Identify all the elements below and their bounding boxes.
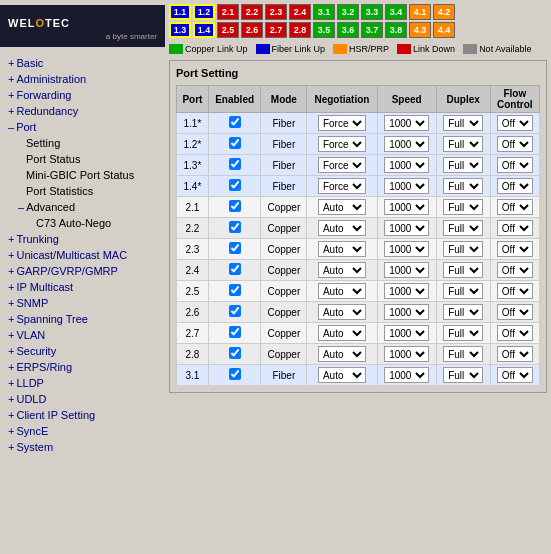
cell-flow-control[interactable]: OffOn (490, 302, 539, 323)
port-tab-4-1[interactable]: 4.1 (409, 4, 431, 20)
cell-flow-control[interactable]: OffOn (490, 113, 539, 134)
cell-flow-control[interactable]: OffOn (490, 281, 539, 302)
cell-speed[interactable]: 101001000 (377, 134, 436, 155)
nav-item-forwarding[interactable]: +Forwarding (0, 87, 165, 103)
cell-duplex[interactable]: FullHalf (436, 197, 490, 218)
nav-item-redundancy[interactable]: +Redundancy (0, 103, 165, 119)
port-tab-1-1[interactable]: 1.1 (169, 4, 191, 20)
duplex-select[interactable]: FullHalf (443, 157, 483, 173)
port-tab-2-4[interactable]: 2.4 (289, 4, 311, 20)
negotiation-select[interactable]: AutoForce (318, 325, 366, 341)
cell-speed[interactable]: 101001000 (377, 365, 436, 386)
port-tab-2-8[interactable]: 2.8 (289, 22, 311, 38)
duplex-select[interactable]: FullHalf (443, 367, 483, 383)
duplex-select[interactable]: FullHalf (443, 304, 483, 320)
enabled-checkbox[interactable] (229, 242, 241, 254)
cell-enabled[interactable] (208, 113, 261, 134)
port-tab-3-7[interactable]: 3.7 (361, 22, 383, 38)
cell-negotiation[interactable]: AutoForce (307, 323, 377, 344)
cell-flow-control[interactable]: OffOn (490, 260, 539, 281)
nav-item-c73-auto-nego[interactable]: C73 Auto-Nego (0, 215, 165, 231)
duplex-select[interactable]: FullHalf (443, 262, 483, 278)
duplex-select[interactable]: FullHalf (443, 199, 483, 215)
cell-negotiation[interactable]: AutoForce (307, 281, 377, 302)
cell-speed[interactable]: 101001000 (377, 113, 436, 134)
cell-enabled[interactable] (208, 260, 261, 281)
cell-negotiation[interactable]: ForceAuto (307, 365, 377, 386)
cell-speed[interactable]: 101001000 (377, 323, 436, 344)
nav-item-setting[interactable]: Setting (0, 135, 165, 151)
cell-speed[interactable]: 101001000 (377, 155, 436, 176)
duplex-select[interactable]: FullHalf (443, 283, 483, 299)
enabled-checkbox[interactable] (229, 116, 241, 128)
enabled-checkbox[interactable] (229, 326, 241, 338)
enabled-checkbox[interactable] (229, 137, 241, 149)
cell-enabled[interactable] (208, 155, 261, 176)
enabled-checkbox[interactable] (229, 200, 241, 212)
cell-duplex[interactable]: FullHalf (436, 344, 490, 365)
cell-duplex[interactable]: FullHalf (436, 365, 490, 386)
nav-item-synce[interactable]: +SyncE (0, 423, 165, 439)
negotiation-select[interactable]: ForceAuto (318, 367, 366, 383)
port-tab-3-1[interactable]: 3.1 (313, 4, 335, 20)
cell-enabled[interactable] (208, 176, 261, 197)
cell-flow-control[interactable]: OffOn (490, 323, 539, 344)
cell-enabled[interactable] (208, 365, 261, 386)
cell-negotiation[interactable]: AutoForce (307, 239, 377, 260)
flow-control-select[interactable]: OffOn (497, 283, 533, 299)
nav-item-client-ip-setting[interactable]: +Client IP Setting (0, 407, 165, 423)
cell-negotiation[interactable]: AutoForce (307, 260, 377, 281)
speed-select[interactable]: 101001000 (384, 178, 429, 194)
negotiation-select[interactable]: ForceAuto (318, 178, 366, 194)
port-tab-1-2[interactable]: 1.2 (193, 4, 215, 20)
cell-negotiation[interactable]: ForceAuto (307, 134, 377, 155)
flow-control-select[interactable]: OffOn (497, 199, 533, 215)
nav-item-vlan[interactable]: +VLAN (0, 327, 165, 343)
cell-flow-control[interactable]: OffOn (490, 134, 539, 155)
speed-select[interactable]: 101001000 (384, 304, 429, 320)
nav-item-garp-gvrp-gmrp[interactable]: +GARP/GVRP/GMRP (0, 263, 165, 279)
negotiation-select[interactable]: ForceAuto (318, 115, 366, 131)
flow-control-select[interactable]: OffOn (497, 304, 533, 320)
enabled-checkbox[interactable] (229, 158, 241, 170)
speed-select[interactable]: 101001000 (384, 325, 429, 341)
cell-speed[interactable]: 101001000 (377, 302, 436, 323)
flow-control-select[interactable]: OffOn (497, 220, 533, 236)
duplex-select[interactable]: FullHalf (443, 241, 483, 257)
negotiation-select[interactable]: AutoForce (318, 262, 366, 278)
duplex-select[interactable]: FullHalf (443, 136, 483, 152)
speed-select[interactable]: 101001000 (384, 346, 429, 362)
cell-speed[interactable]: 101001000 (377, 218, 436, 239)
cell-duplex[interactable]: FullHalf (436, 176, 490, 197)
enabled-checkbox[interactable] (229, 179, 241, 191)
speed-select[interactable]: 101001000 (384, 136, 429, 152)
cell-speed[interactable]: 101001000 (377, 176, 436, 197)
flow-control-select[interactable]: OffOn (497, 178, 533, 194)
port-tab-4-2[interactable]: 4.2 (433, 4, 455, 20)
cell-duplex[interactable]: FullHalf (436, 302, 490, 323)
enabled-checkbox[interactable] (229, 347, 241, 359)
nav-item-administration[interactable]: +Administration (0, 71, 165, 87)
negotiation-select[interactable]: ForceAuto (318, 136, 366, 152)
flow-control-select[interactable]: OffOn (497, 157, 533, 173)
cell-flow-control[interactable]: OffOn (490, 218, 539, 239)
cell-duplex[interactable]: FullHalf (436, 281, 490, 302)
cell-duplex[interactable]: FullHalf (436, 218, 490, 239)
port-tab-2-1[interactable]: 2.1 (217, 4, 239, 20)
cell-negotiation[interactable]: AutoForce (307, 218, 377, 239)
speed-select[interactable]: 101001000 (384, 220, 429, 236)
flow-control-select[interactable]: OffOn (497, 262, 533, 278)
flow-control-select[interactable]: OffOn (497, 241, 533, 257)
port-tab-4-4[interactable]: 4.4 (433, 22, 455, 38)
nav-item-port-status[interactable]: Port Status (0, 151, 165, 167)
nav-item-erps-ring[interactable]: +ERPS/Ring (0, 359, 165, 375)
cell-speed[interactable]: 101001000 (377, 281, 436, 302)
port-tab-2-6[interactable]: 2.6 (241, 22, 263, 38)
enabled-checkbox[interactable] (229, 263, 241, 275)
flow-control-select[interactable]: OffOn (497, 367, 533, 383)
cell-flow-control[interactable]: OffOn (490, 239, 539, 260)
negotiation-select[interactable]: ForceAuto (318, 157, 366, 173)
nav-item-unicast-multicast-mac[interactable]: +Unicast/Multicast MAC (0, 247, 165, 263)
cell-enabled[interactable] (208, 281, 261, 302)
speed-select[interactable]: 101001000 (384, 157, 429, 173)
